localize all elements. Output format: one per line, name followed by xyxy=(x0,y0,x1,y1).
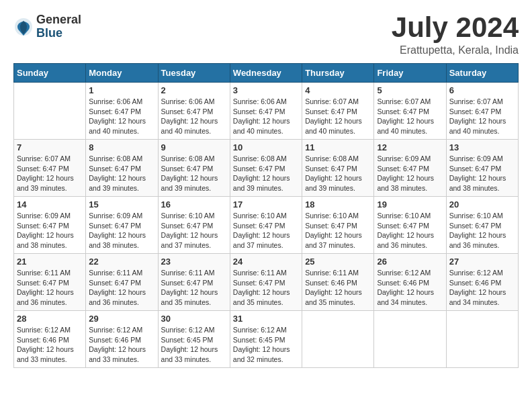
calendar-header: SundayMondayTuesdayWednesdayThursdayFrid… xyxy=(14,64,519,83)
day-number: 15 xyxy=(89,199,154,210)
calendar-cell: 22Sunrise: 6:11 AM Sunset: 6:47 PM Dayli… xyxy=(86,254,158,311)
day-number: 16 xyxy=(161,199,227,210)
day-number: 18 xyxy=(305,199,371,210)
calendar-cell: 15Sunrise: 6:09 AM Sunset: 6:47 PM Dayli… xyxy=(86,197,158,254)
day-number: 1 xyxy=(89,85,154,95)
day-info: Sunrise: 6:12 AM Sunset: 6:46 PM Dayligh… xyxy=(89,325,154,365)
day-number: 5 xyxy=(377,85,443,95)
header-wednesday: Wednesday xyxy=(230,64,302,83)
day-number: 19 xyxy=(377,199,443,210)
day-info: Sunrise: 6:11 AM Sunset: 6:47 PM Dayligh… xyxy=(17,268,83,308)
calendar-cell: 19Sunrise: 6:10 AM Sunset: 6:47 PM Dayli… xyxy=(374,197,446,254)
header-tuesday: Tuesday xyxy=(158,64,230,83)
calendar-cell: 17Sunrise: 6:10 AM Sunset: 6:47 PM Dayli… xyxy=(230,197,302,254)
calendar-cell: 5Sunrise: 6:07 AM Sunset: 6:47 PM Daylig… xyxy=(374,83,446,140)
day-info: Sunrise: 6:07 AM Sunset: 6:47 PM Dayligh… xyxy=(305,97,371,136)
day-number: 21 xyxy=(17,257,83,267)
day-info: Sunrise: 6:09 AM Sunset: 6:47 PM Dayligh… xyxy=(377,154,443,193)
day-info: Sunrise: 6:10 AM Sunset: 6:47 PM Dayligh… xyxy=(305,211,371,250)
day-info: Sunrise: 6:09 AM Sunset: 6:47 PM Dayligh… xyxy=(449,154,515,193)
calendar-cell: 18Sunrise: 6:10 AM Sunset: 6:47 PM Dayli… xyxy=(302,197,374,254)
day-number: 24 xyxy=(233,257,299,267)
calendar-cell: 26Sunrise: 6:12 AM Sunset: 6:46 PM Dayli… xyxy=(374,254,446,311)
calendar-cell: 30Sunrise: 6:12 AM Sunset: 6:45 PM Dayli… xyxy=(158,311,230,368)
calendar-cell xyxy=(302,311,374,368)
day-info: Sunrise: 6:12 AM Sunset: 6:46 PM Dayligh… xyxy=(449,268,515,308)
day-info: Sunrise: 6:12 AM Sunset: 6:46 PM Dayligh… xyxy=(17,325,83,365)
day-info: Sunrise: 6:07 AM Sunset: 6:47 PM Dayligh… xyxy=(449,97,515,136)
logo-blue: Blue xyxy=(36,27,81,40)
day-number: 28 xyxy=(17,314,83,324)
day-number: 9 xyxy=(161,142,227,152)
day-info: Sunrise: 6:11 AM Sunset: 6:46 PM Dayligh… xyxy=(305,268,371,308)
day-info: Sunrise: 6:08 AM Sunset: 6:47 PM Dayligh… xyxy=(305,154,371,193)
calendar-body: 1Sunrise: 6:06 AM Sunset: 6:47 PM Daylig… xyxy=(14,83,519,368)
logo: General Blue xyxy=(13,13,81,40)
week-row-1: 1Sunrise: 6:06 AM Sunset: 6:47 PM Daylig… xyxy=(14,83,519,140)
day-info: Sunrise: 6:08 AM Sunset: 6:47 PM Dayligh… xyxy=(161,154,227,193)
day-number: 30 xyxy=(161,314,227,324)
logo-general: General xyxy=(36,13,81,27)
header-saturday: Saturday xyxy=(446,64,518,83)
day-number: 12 xyxy=(377,142,443,152)
calendar-cell: 23Sunrise: 6:11 AM Sunset: 6:47 PM Dayli… xyxy=(158,254,230,311)
day-number: 11 xyxy=(305,142,371,152)
day-number: 14 xyxy=(17,199,83,210)
day-number: 17 xyxy=(233,199,299,210)
day-info: Sunrise: 6:08 AM Sunset: 6:47 PM Dayligh… xyxy=(89,154,154,193)
calendar-cell: 3Sunrise: 6:06 AM Sunset: 6:47 PM Daylig… xyxy=(230,83,302,140)
day-number: 23 xyxy=(161,257,227,267)
day-number: 6 xyxy=(449,85,515,95)
calendar-cell: 13Sunrise: 6:09 AM Sunset: 6:47 PM Dayli… xyxy=(446,140,518,197)
calendar-cell: 10Sunrise: 6:08 AM Sunset: 6:47 PM Dayli… xyxy=(230,140,302,197)
calendar-cell: 27Sunrise: 6:12 AM Sunset: 6:46 PM Dayli… xyxy=(446,254,518,311)
calendar-cell: 7Sunrise: 6:07 AM Sunset: 6:47 PM Daylig… xyxy=(14,140,86,197)
calendar-cell xyxy=(446,311,518,368)
logo-text: General Blue xyxy=(36,13,81,40)
calendar-cell xyxy=(14,83,86,140)
location: Erattupetta, Kerala, India xyxy=(392,44,519,56)
day-info: Sunrise: 6:12 AM Sunset: 6:45 PM Dayligh… xyxy=(161,325,227,365)
day-number: 3 xyxy=(233,85,299,95)
day-number: 27 xyxy=(449,257,515,267)
day-info: Sunrise: 6:11 AM Sunset: 6:47 PM Dayligh… xyxy=(161,268,227,308)
calendar-cell: 20Sunrise: 6:10 AM Sunset: 6:47 PM Dayli… xyxy=(446,197,518,254)
day-info: Sunrise: 6:12 AM Sunset: 6:45 PM Dayligh… xyxy=(233,325,299,365)
calendar-cell: 2Sunrise: 6:06 AM Sunset: 6:47 PM Daylig… xyxy=(158,83,230,140)
day-info: Sunrise: 6:09 AM Sunset: 6:47 PM Dayligh… xyxy=(17,211,83,250)
day-number: 20 xyxy=(449,199,515,210)
page-header: General Blue July 2024 Erattupetta, Kera… xyxy=(13,13,519,56)
day-info: Sunrise: 6:06 AM Sunset: 6:47 PM Dayligh… xyxy=(89,97,154,136)
day-number: 4 xyxy=(305,85,371,95)
header-thursday: Thursday xyxy=(302,64,374,83)
calendar-cell: 28Sunrise: 6:12 AM Sunset: 6:46 PM Dayli… xyxy=(14,311,86,368)
header-row: SundayMondayTuesdayWednesdayThursdayFrid… xyxy=(14,64,519,83)
calendar-cell: 8Sunrise: 6:08 AM Sunset: 6:47 PM Daylig… xyxy=(86,140,158,197)
day-info: Sunrise: 6:10 AM Sunset: 6:47 PM Dayligh… xyxy=(161,211,227,250)
day-info: Sunrise: 6:11 AM Sunset: 6:47 PM Dayligh… xyxy=(233,268,299,308)
day-info: Sunrise: 6:12 AM Sunset: 6:46 PM Dayligh… xyxy=(377,268,443,308)
day-info: Sunrise: 6:11 AM Sunset: 6:47 PM Dayligh… xyxy=(89,268,154,308)
day-number: 13 xyxy=(449,142,515,152)
day-info: Sunrise: 6:09 AM Sunset: 6:47 PM Dayligh… xyxy=(89,211,154,250)
calendar-cell: 25Sunrise: 6:11 AM Sunset: 6:46 PM Dayli… xyxy=(302,254,374,311)
day-info: Sunrise: 6:06 AM Sunset: 6:47 PM Dayligh… xyxy=(233,97,299,136)
day-info: Sunrise: 6:07 AM Sunset: 6:47 PM Dayligh… xyxy=(17,154,83,193)
day-number: 10 xyxy=(233,142,299,152)
calendar-cell: 14Sunrise: 6:09 AM Sunset: 6:47 PM Dayli… xyxy=(14,197,86,254)
day-number: 31 xyxy=(233,314,299,324)
calendar-cell: 29Sunrise: 6:12 AM Sunset: 6:46 PM Dayli… xyxy=(86,311,158,368)
calendar-cell: 21Sunrise: 6:11 AM Sunset: 6:47 PM Dayli… xyxy=(14,254,86,311)
calendar-table: SundayMondayTuesdayWednesdayThursdayFrid… xyxy=(13,63,519,368)
calendar-cell xyxy=(374,311,446,368)
header-friday: Friday xyxy=(374,64,446,83)
calendar-cell: 31Sunrise: 6:12 AM Sunset: 6:45 PM Dayli… xyxy=(230,311,302,368)
day-info: Sunrise: 6:06 AM Sunset: 6:47 PM Dayligh… xyxy=(161,97,227,136)
week-row-2: 7Sunrise: 6:07 AM Sunset: 6:47 PM Daylig… xyxy=(14,140,519,197)
day-number: 7 xyxy=(17,142,83,152)
logo-icon xyxy=(13,17,34,37)
month-title: July 2024 xyxy=(392,13,519,42)
day-info: Sunrise: 6:08 AM Sunset: 6:47 PM Dayligh… xyxy=(233,154,299,193)
calendar-cell: 12Sunrise: 6:09 AM Sunset: 6:47 PM Dayli… xyxy=(374,140,446,197)
day-info: Sunrise: 6:10 AM Sunset: 6:47 PM Dayligh… xyxy=(449,211,515,250)
